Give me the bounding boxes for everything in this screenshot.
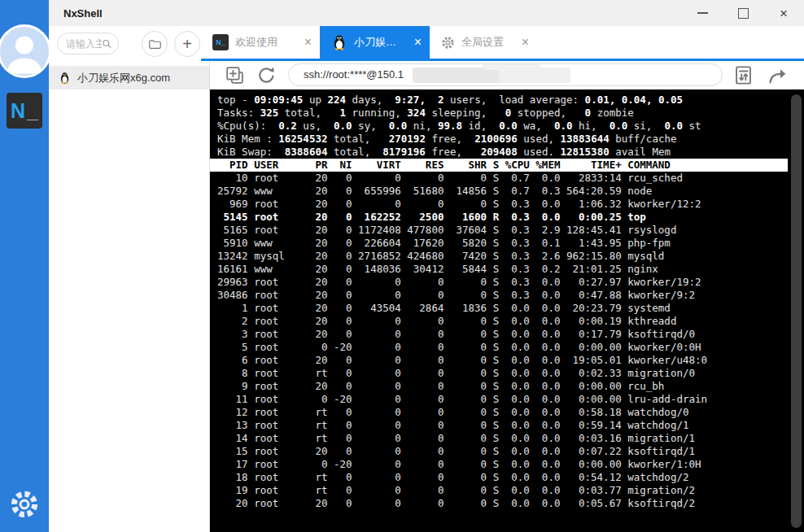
sftp-transfer-icon[interactable] — [732, 64, 754, 86]
person-icon — [0, 27, 49, 76]
tab-global-settings[interactable]: 全局设置 × — [430, 26, 537, 59]
host-search[interactable] — [57, 33, 119, 55]
avatar[interactable] — [0, 24, 51, 78]
tab-label: 全局设置 — [461, 35, 504, 50]
tab-strip: N_ 欢迎使用 × 小刀娱乐... × 全局设置 × — [201, 26, 804, 61]
process-rows: 10 root 20 0 0 0 0 S 0.7 0.0 2833:14 rcu… — [210, 172, 804, 510]
duplicate-session-icon[interactable] — [225, 65, 245, 85]
tab-label: 小刀娱乐... — [354, 35, 404, 50]
settings-gear-icon[interactable] — [9, 489, 40, 520]
logo-text: N — [11, 99, 26, 123]
terminal-scrollbar[interactable] — [791, 94, 802, 528]
folder-icon — [148, 37, 162, 51]
content-area: 小刀娱乐网x6g.com ssh://roo — [49, 61, 804, 532]
tux-icon — [59, 72, 71, 84]
close-icon: × — [780, 7, 788, 20]
tab-close-icon[interactable]: × — [411, 35, 422, 50]
redacted-address-blur — [483, 63, 540, 70]
add-session-button[interactable]: + — [174, 31, 200, 57]
tab-close-icon[interactable]: × — [301, 35, 312, 50]
nxshell-logo-icon: N_ — [212, 34, 229, 50]
host-search-input[interactable] — [66, 38, 102, 50]
maximize-button[interactable] — [723, 0, 763, 26]
nxshell-window: N_ NxShell × — [0, 0, 804, 532]
session-list-item[interactable]: 小刀娱乐网x6g.com — [49, 66, 209, 89]
app-title: NxShell — [49, 7, 103, 20]
titlebar: NxShell × — [49, 0, 804, 26]
plus-icon: + — [182, 35, 192, 54]
close-window-button[interactable]: × — [763, 0, 804, 26]
app-rail: N_ — [0, 0, 49, 532]
logo-underscore: _ — [27, 99, 38, 123]
maximize-icon — [738, 8, 749, 19]
gear-icon — [441, 36, 455, 50]
nxshell-logo[interactable]: N_ — [7, 93, 42, 129]
minimize-icon — [697, 12, 708, 14]
toolbar-row: + N_ 欢迎使用 × 小刀娱乐... × 全局设置 — [49, 26, 804, 61]
window-controls: × — [682, 0, 804, 26]
connection-toolbar: ssh://root:****@150.1 — [210, 61, 804, 89]
tab-welcome[interactable]: N_ 欢迎使用 × — [201, 26, 320, 59]
share-session-icon[interactable] — [767, 64, 789, 86]
tab-close-icon[interactable]: × — [518, 35, 529, 50]
session-list-panel: 小刀娱乐网x6g.com — [49, 61, 210, 532]
open-sessions-folder-button[interactable] — [142, 31, 168, 57]
terminal-pane: ssh://root:****@150.1 — [210, 61, 804, 532]
search-icon — [102, 38, 112, 50]
terminal[interactable]: top - 09:09:45 up 224 days, 9:27, 2 user… — [210, 89, 804, 532]
minimize-button[interactable] — [682, 0, 723, 26]
process-table-header: PID USER PR NI VIRT RES SHR S %CPU %MEM … — [210, 159, 788, 172]
session-label: 小刀娱乐网x6g.com — [77, 71, 170, 85]
tab-label: 欢迎使用 — [235, 35, 277, 50]
address-bar[interactable]: ssh://root:****@150.1 — [288, 63, 723, 86]
terminal-summary: top - 09:09:45 up 224 days, 9:27, 2 user… — [210, 94, 804, 159]
main-area: NxShell × + — [49, 0, 804, 532]
tux-icon — [331, 34, 347, 50]
refresh-icon[interactable] — [256, 64, 277, 86]
tab-session-active[interactable]: 小刀娱乐... × — [320, 26, 430, 59]
